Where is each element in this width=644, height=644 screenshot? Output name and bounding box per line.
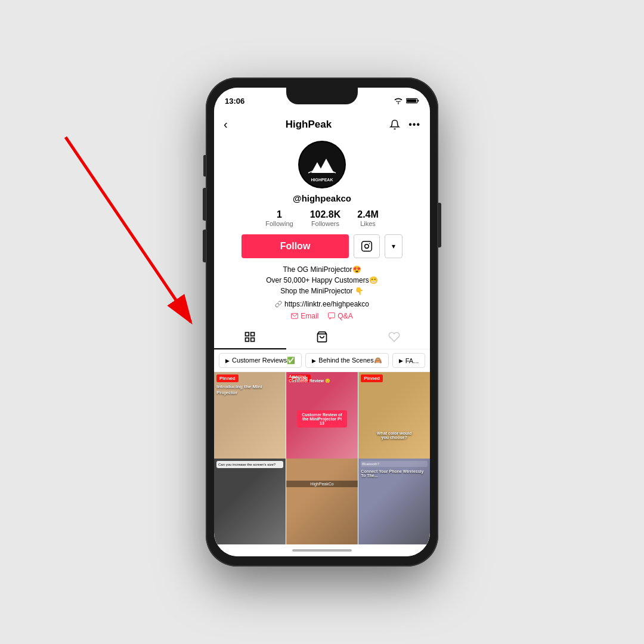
battery-icon (406, 97, 419, 104)
svg-rect-15 (251, 333, 255, 336)
back-button[interactable]: ‹ (224, 117, 228, 131)
followers-label: Followers (311, 220, 339, 227)
video-3-overlay: What color would you choose? (376, 431, 412, 439)
pinned-badge-1: Pinned (216, 374, 239, 382)
svg-point-11 (369, 243, 370, 244)
grid-icon (244, 331, 256, 343)
instagram-button[interactable] (354, 234, 380, 258)
playlist-tabs: ▶ Customer Reviews✅ ▶ Behind the Scenes🙈… (214, 349, 430, 372)
playlist-play-icon-3: ▶ (399, 358, 403, 364)
video-card-6[interactable]: Bluetooth? Connect Your Phone Wirelessly… (358, 459, 430, 544)
svg-rect-9 (362, 242, 372, 252)
tab-shop[interactable] (286, 325, 358, 349)
header-icons: ••• (389, 119, 420, 130)
more-button[interactable]: ••• (408, 119, 420, 130)
qa-link[interactable]: Q&A (328, 312, 352, 320)
video-card-2[interactable]: Pinned AmazingCustomer Review 😊 Customer… (286, 372, 358, 499)
bio-line3: Shop the MiniProjector 👇 (266, 286, 377, 296)
shop-icon (316, 331, 328, 343)
stats-row: 1 Following 102.8K Followers 2.4M Likes (265, 209, 379, 227)
tab-likes[interactable] (358, 325, 430, 349)
contact-row: Email Q&A (291, 312, 352, 320)
following-label: Following (265, 220, 293, 227)
stat-likes[interactable]: 2.4M Likes (357, 209, 379, 227)
bio-line2: Over 50,000+ Happy Customers😁 (266, 275, 377, 286)
likes-icon (388, 331, 400, 343)
status-bar: 13:06 (214, 88, 430, 114)
svg-rect-4 (407, 99, 416, 102)
email-icon (291, 313, 298, 319)
avatar-logo: HIGHPEAK (299, 142, 345, 187)
video-2-overlay: Customer Review of the MiniProjector Pt … (297, 410, 347, 428)
svg-rect-3 (417, 100, 419, 102)
more-options-button[interactable]: ▾ (385, 234, 402, 258)
playlist-tab-behind-label: Behind the Scenes🙈 (318, 357, 382, 364)
playlist-play-icon-1: ▶ (225, 358, 230, 364)
profile-section: HIGHPEAK @highpeakco 1 Following 102.8K … (214, 136, 430, 325)
qa-label: Q&A (338, 312, 352, 320)
action-row: Follow ▾ (224, 234, 420, 258)
svg-line-1 (66, 137, 191, 322)
pinned-badge-3: Pinned (361, 374, 383, 382)
likes-count: 2.4M (357, 209, 379, 220)
username: @highpeakco (293, 193, 351, 203)
phone-shell: 13:06 ‹ HighPeak (206, 78, 438, 566)
svg-rect-13 (329, 313, 335, 318)
followers-count: 102.8K (310, 209, 341, 220)
video-card-4[interactable]: Can you increase the screen's size? The … (214, 459, 286, 544)
playlist-tab-faq-label: FA... (405, 357, 419, 364)
power-button[interactable] (438, 203, 441, 247)
status-icons (394, 97, 419, 104)
playlist-play-icon-2: ▶ (312, 358, 316, 364)
app-header: ‹ HighPeak ••• (214, 114, 430, 136)
tabs-bar (214, 325, 430, 349)
red-arrow (48, 119, 221, 352)
vol-down-button[interactable] (203, 230, 206, 262)
phone-screen: 13:06 ‹ HighPeak (214, 88, 430, 556)
link-icon (275, 301, 282, 308)
avatar[interactable]: HIGHPEAK (298, 141, 346, 188)
wifi-icon (394, 97, 403, 104)
profile-link[interactable]: https://linktr.ee/highpeakco (284, 300, 369, 308)
instagram-icon (361, 240, 373, 252)
svg-rect-16 (251, 338, 255, 342)
header-title: HighPeak (286, 119, 332, 131)
video-1-title: Introducing the Mini Projector (216, 384, 283, 397)
svg-rect-17 (246, 338, 249, 342)
bell-icon[interactable] (389, 119, 400, 130)
tab-videos[interactable] (214, 325, 286, 349)
playlist-tab-reviews[interactable]: ▶ Customer Reviews✅ (219, 353, 302, 368)
scene: 13:06 ‹ HighPeak (0, 0, 644, 644)
likes-label: Likes (360, 220, 376, 227)
video-2-amazing: AmazingCustomer Review 😊 (289, 374, 355, 383)
chevron-down-icon: ▾ (392, 242, 395, 250)
svg-rect-14 (246, 333, 249, 336)
stat-followers[interactable]: 102.8K Followers (310, 209, 341, 227)
notch-cutout (286, 88, 358, 104)
playlist-tab-reviews-label: Customer Reviews✅ (232, 357, 295, 364)
follow-button[interactable]: Follow (242, 234, 349, 258)
home-indicator (292, 549, 352, 552)
stat-following[interactable]: 1 Following (265, 209, 293, 227)
home-bar (214, 544, 430, 556)
video-2-person: HighPeakCo (286, 481, 358, 487)
video-grid: Pinned Introducing the Mini Projector 14… (214, 372, 430, 544)
qa-icon (328, 312, 335, 320)
email-link[interactable]: Email (291, 312, 318, 320)
status-time: 13:06 (225, 97, 244, 106)
vol-up-button[interactable] (203, 188, 206, 221)
playlist-tab-behind[interactable]: ▶ Behind the Scenes🙈 (305, 353, 388, 368)
bio-section: The OG MiniProjector😍 Over 50,000+ Happy… (266, 264, 377, 296)
bio-line1: The OG MiniProjector😍 (266, 264, 377, 275)
video-card-5[interactable]: Take A Look At The NEW HighPeak MiniProj… (286, 459, 358, 544)
playlist-tab-faq[interactable]: ▶ FA... (392, 353, 426, 368)
svg-text:HIGHPEAK: HIGHPEAK (311, 178, 333, 182)
link-row[interactable]: https://linktr.ee/highpeakco (275, 300, 369, 308)
svg-point-10 (365, 244, 369, 249)
email-label: Email (301, 312, 318, 320)
following-count: 1 (277, 209, 282, 220)
